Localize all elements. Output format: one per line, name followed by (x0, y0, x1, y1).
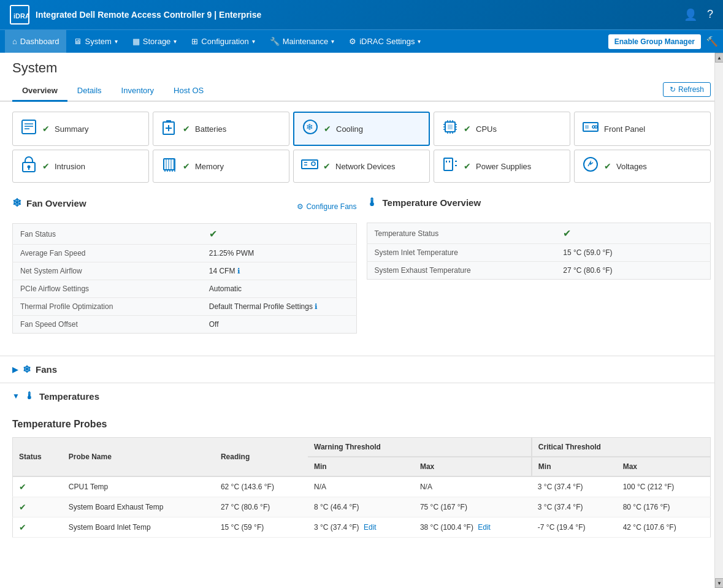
exhaust-temp-row: System Exhaust Temperature 27 °C (80.6 °… (367, 262, 711, 280)
temperature-overview-panel: 🌡 Temperature Overview Temperature Statu… (367, 196, 711, 334)
cards-row1: ✔ Summary ✔ Batteries ❄ ✔ Cooling (12, 112, 711, 146)
cards-row2: ✔ Intrusion ✔ Memory ✔ Network Devices (12, 150, 711, 183)
card-batteries[interactable]: ✔ Batteries (153, 112, 289, 146)
content-area: ❄ Fan Overview ⚙ Configure Fans Fan Stat… (0, 196, 723, 356)
help-icon[interactable]: ? (707, 8, 713, 21)
card-cooling[interactable]: ❄ ✔ Cooling (293, 112, 430, 146)
row2-crit-min: 3 °C (37.4 °F) (532, 497, 617, 517)
pcie-airflow-row: PCIe Airflow Settings Automatic (13, 280, 357, 298)
overview-panels: ❄ Fan Overview ⚙ Configure Fans Fan Stat… (12, 196, 711, 334)
card-intrusion[interactable]: ✔ Intrusion (12, 150, 149, 183)
fan-speed-offset-value: Off (202, 316, 356, 334)
pcie-airflow-label: PCIe Airflow Settings (13, 280, 202, 298)
nav-dashboard[interactable]: ⌂ Dashboard (5, 30, 66, 53)
tab-details[interactable]: Details (67, 81, 112, 102)
exhaust-temp-label: System Exhaust Temperature (367, 262, 556, 280)
configure-fans-link[interactable]: ⚙ Configure Fans (297, 202, 356, 211)
user-icon[interactable]: 👤 (684, 8, 697, 21)
row1-status: ✔ (13, 476, 63, 497)
nav-system-label: System (85, 37, 111, 46)
dell-logo: iDRAC (10, 5, 29, 25)
warn-min-edit-link[interactable]: Edit (364, 523, 377, 532)
fan-title-icon: ❄ (12, 196, 21, 210)
card-front-panel[interactable]: Front Panel (574, 112, 711, 146)
fan-overview-header: ❄ Fan Overview ⚙ Configure Fans (12, 196, 357, 217)
row2-warn-max: 75 °C (167 °F) (414, 497, 532, 517)
tab-inventory[interactable]: Inventory (112, 81, 164, 102)
card-memory[interactable]: ✔ Memory (153, 150, 289, 183)
temp-title-icon: 🌡 (367, 196, 378, 209)
page-title: System (12, 60, 711, 76)
scrollbar-up-button[interactable]: ▲ (715, 53, 723, 63)
row1-crit-min: 3 °C (37.4 °F) (532, 476, 617, 497)
tab-actions: ↻ Refresh (663, 81, 711, 101)
idrac-chevron-icon: ▾ (418, 38, 421, 45)
card-cpus[interactable]: ✔ CPUs (434, 112, 570, 146)
nav-maintenance[interactable]: 🔧 Maintenance ▾ (262, 30, 342, 53)
scrollbar-down-button[interactable]: ▼ (715, 578, 723, 588)
power-supplies-icon (442, 156, 459, 176)
warning-min-header: Min (308, 457, 414, 476)
tab-overview[interactable]: Overview (12, 81, 67, 102)
card-network-devices[interactable]: ✔ Network Devices (293, 150, 430, 183)
temp-probes-title: Temperature Probes (12, 419, 711, 430)
temperatures-content: Temperature Probes Status Probe Name Rea… (0, 409, 723, 548)
nav-dashboard-label: Dashboard (20, 37, 59, 46)
row1-reading: 62 °C (143.6 °F) (215, 476, 308, 497)
warn-max-edit-link[interactable]: Edit (478, 523, 491, 532)
warning-threshold-header: Warning Threshold (308, 438, 532, 457)
cooling-icon: ❄ (302, 119, 319, 139)
maintenance-icon: 🔧 (270, 37, 280, 46)
row1-warn-min: N/A (308, 476, 414, 497)
net-airflow-label: Net System Airflow (13, 262, 202, 280)
summary-icon (20, 119, 37, 139)
row3-status-icon: ✔ (19, 522, 26, 532)
tabs-bar: Overview Details Inventory Host OS ↻ Ref… (0, 81, 723, 102)
airflow-info-icon[interactable]: ℹ (237, 267, 240, 275)
temperatures-section-header[interactable]: ▼ 🌡 Temperatures (0, 383, 723, 409)
fans-section-header[interactable]: ▶ ❄ Fans (0, 356, 723, 383)
card-summary[interactable]: ✔ Summary (12, 112, 149, 146)
power-check-icon: ✔ (464, 161, 471, 171)
nav-system[interactable]: 🖥 System ▾ (66, 30, 124, 53)
probe-table: Status Probe Name Reading Warning Thresh… (12, 437, 711, 538)
network-check-icon: ✔ (323, 161, 331, 171)
nav-storage[interactable]: ▦ Storage ▾ (125, 30, 185, 53)
row1-status-icon: ✔ (19, 482, 26, 492)
card-voltages-label: Voltages (616, 162, 703, 171)
avg-fan-speed-value: 21.25% PWM (202, 245, 356, 262)
enable-group-manager-button[interactable]: Enable Group Manager (608, 34, 701, 49)
scrollbar[interactable]: ▲ ▼ (714, 53, 723, 588)
svg-text:iDRAC: iDRAC (13, 12, 28, 20)
nav-idrac-label: iDRAC Settings (359, 37, 415, 46)
configure-fans-label: Configure Fans (306, 202, 356, 211)
card-power-supplies[interactable]: ✔ Power Supplies (434, 150, 570, 183)
configure-fans-icon: ⚙ (297, 202, 304, 211)
temperatures-section-icon: 🌡 (25, 391, 34, 402)
table-row: ✔ CPU1 Temp 62 °C (143.6 °F) N/A N/A 3 °… (13, 476, 711, 497)
nav-idrac[interactable]: ⚙ iDRAC Settings ▾ (342, 30, 428, 53)
card-voltages[interactable]: ✔ Voltages (574, 150, 711, 183)
wrench-icon[interactable]: 🔨 (706, 36, 718, 47)
fan-status-value: ✔ (202, 224, 356, 245)
card-cpus-label: CPUs (476, 124, 562, 134)
tab-hostos[interactable]: Host OS (164, 81, 213, 102)
batteries-icon (161, 119, 178, 139)
avg-fan-speed-row: Average Fan Speed 21.25% PWM (13, 245, 357, 262)
network-devices-icon (301, 158, 318, 175)
net-airflow-row: Net System Airflow 14 CFM ℹ (13, 262, 357, 280)
card-power-label: Power Supplies (476, 162, 562, 171)
temp-overview-table: Temperature Status ✔ System Inlet Temper… (367, 223, 711, 280)
summary-check-icon: ✔ (42, 124, 50, 134)
refresh-button[interactable]: ↻ Refresh (663, 82, 711, 97)
dashboard-icon: ⌂ (12, 37, 17, 46)
storage-chevron-icon: ▾ (174, 38, 177, 45)
net-airflow-value: 14 CFM ℹ (202, 262, 356, 280)
nav-configuration[interactable]: ⊞ Configuration ▾ (184, 30, 262, 53)
thermal-info-icon[interactable]: ℹ (315, 302, 318, 311)
row2-probe-name: System Board Exhaust Temp (63, 497, 215, 517)
card-front-panel-label: Front Panel (604, 124, 703, 134)
card-intrusion-label: Intrusion (55, 162, 141, 171)
temperatures-chevron-icon: ▼ (12, 392, 20, 400)
navbar: ⌂ Dashboard 🖥 System ▾ ▦ Storage ▾ ⊞ Con… (0, 29, 723, 53)
